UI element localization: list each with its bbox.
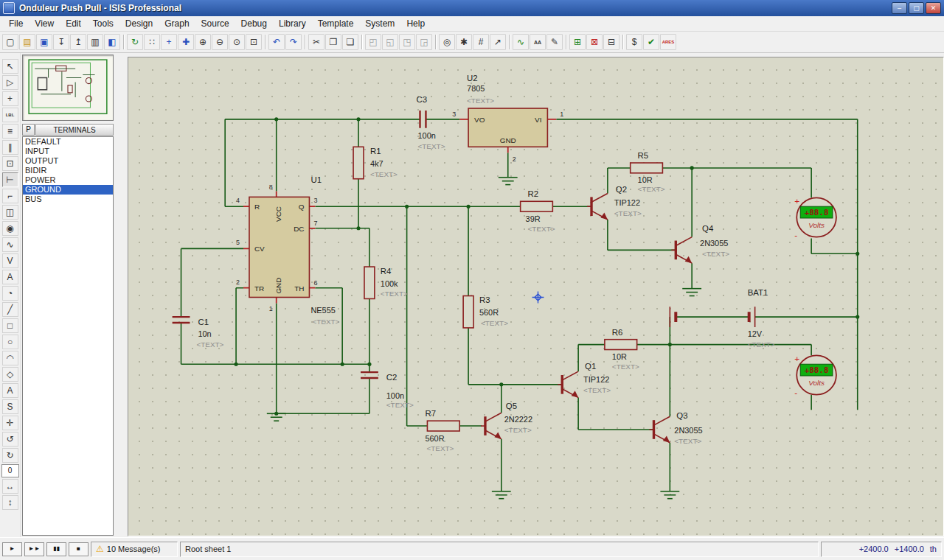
menu-source[interactable]: Source [195,17,235,30]
cut-icon[interactable]: ✂ [308,34,324,50]
current-probe-mode-icon[interactable]: A [2,270,18,284]
menu-debug[interactable]: Debug [235,17,273,30]
play-button[interactable]: ► [2,542,22,556]
block-move-icon[interactable]: ◱ [382,34,398,50]
bill-of-materials-icon[interactable]: $ [626,34,642,50]
mark-output-area-icon[interactable]: ◧ [104,34,120,50]
step-button[interactable]: ►► [24,542,44,556]
block-rotate-icon[interactable]: ◳ [399,34,415,50]
generator-mode-icon[interactable]: ∿ [2,237,18,252]
pick-parts-icon[interactable]: ◎ [439,34,455,50]
block-copy-icon[interactable]: ◰ [365,34,381,50]
center-at-cursor-icon[interactable]: ✚ [178,34,194,50]
menu-system[interactable]: System [359,17,400,30]
component-bat1[interactable]: BAT1 12V <TEXT> [670,288,775,349]
list-item-default[interactable]: DEFAULT [23,137,113,147]
component-c3[interactable]: C3 100n <TEXT> [417,95,445,150]
toggle-grid-icon[interactable]: ∷ [144,34,160,50]
ground-icon[interactable] [682,289,701,296]
list-item-bidir[interactable]: BIDIR [23,166,113,175]
overview-minimap[interactable] [22,55,114,121]
block-delete-icon[interactable]: ◲ [416,34,432,50]
minimize-button[interactable]: – [892,2,907,14]
menu-library[interactable]: Library [273,17,312,30]
menu-file[interactable]: File [3,17,29,30]
tape-recorder-mode-icon[interactable]: ◉ [2,221,18,236]
print-icon[interactable]: ▥ [87,34,103,50]
component-q2[interactable]: Q2 TIP122 <TEXT> [587,185,642,219]
component-u1[interactable]: R CV TR Q DC TH VCC GND 4 5 2 8 3 7 [236,175,340,326]
zoom-area-icon[interactable]: ⊡ [246,34,262,50]
zoom-in-icon[interactable]: ⊕ [195,34,211,50]
wire-label-mode-icon[interactable]: LBL [2,108,18,122]
packaging-tool-icon[interactable]: # [473,34,489,50]
voltage-probe-mode-icon[interactable]: V [2,253,18,268]
component-r1[interactable]: R1 4k7 <TEXT> [353,147,398,178]
rotate-anticlockwise-icon[interactable]: ↺ [2,432,18,447]
ground-icon[interactable] [499,178,518,185]
menu-graph[interactable]: Graph [159,17,195,30]
menu-view[interactable]: View [29,17,60,30]
selection-mode-icon[interactable]: ↖ [2,59,18,74]
2d-text-icon[interactable]: A [2,383,18,398]
export-section-icon[interactable]: ↥ [70,34,86,50]
wire-autorouter-icon[interactable]: ∿ [513,34,529,50]
menu-help[interactable]: Help [400,17,431,30]
2d-line-icon[interactable]: ╱ [2,302,18,317]
close-button[interactable]: ✕ [926,2,941,14]
subcircuit-mode-icon[interactable]: ⊡ [2,156,18,171]
component-r3[interactable]: R3 560R <TEXT> [463,295,508,327]
graph-mode-icon[interactable]: ◫ [2,205,18,220]
pause-button[interactable]: ▮▮ [46,542,66,556]
junction-dot-mode-icon[interactable]: + [2,91,18,106]
new-sheet-icon[interactable]: ⊞ [569,34,586,50]
pick-device-button[interactable]: P [22,124,35,136]
undo-icon[interactable]: ↶ [268,34,285,50]
mirror-horizontal-icon[interactable]: ↔ [2,479,18,494]
menu-template[interactable]: Template [312,17,360,30]
open-design-icon[interactable]: ▤ [19,34,35,50]
bus-mode-icon[interactable]: ∥ [2,140,18,155]
menu-design[interactable]: Design [119,17,159,30]
message-panel[interactable]: ⚠ 10 Message(s) [91,542,178,557]
import-section-icon[interactable]: ↧ [53,34,69,50]
component-r6[interactable]: R6 10R <TEXT> [605,328,639,371]
voltmeter-2[interactable]: +88.8 Volts + - [794,354,836,397]
make-device-icon[interactable]: ✱ [456,34,472,50]
virtual-instrument-mode-icon[interactable]: ◔ [2,286,18,301]
list-item-power[interactable]: POWER [23,175,113,185]
wires[interactable] [181,117,860,491]
ground-icon[interactable] [492,491,511,499]
save-design-icon[interactable]: ▣ [36,34,52,50]
decompose-icon[interactable]: ↗ [490,34,506,50]
remove-sheet-icon[interactable]: ⊠ [586,34,603,50]
component-q4[interactable]: Q4 2N3055 <TEXT> [671,224,729,263]
ground-terminals[interactable] [267,178,701,499]
redo-icon[interactable]: ↷ [285,34,302,50]
rotate-clockwise-icon[interactable]: ↻ [2,448,18,463]
component-mode-icon[interactable]: ▷ [2,75,18,90]
ground-icon[interactable] [660,491,679,499]
mirror-vertical-icon[interactable]: ↕ [2,495,18,510]
terminal-mode-icon[interactable]: ⊢ [2,172,18,187]
component-r2[interactable]: R2 39R <TEXT> [521,189,555,232]
component-q3[interactable]: Q3 2N3055 <TEXT> [650,411,703,444]
schematic[interactable]: R CV TR Q DC TH VCC GND 4 5 2 8 3 7 [128,57,943,536]
2d-path-icon[interactable]: ◇ [2,367,18,382]
component-r7[interactable]: R7 560R <TEXT> [425,409,459,452]
goto-sheet-icon[interactable]: ⊟ [603,34,620,50]
list-item-bus[interactable]: BUS [23,195,113,204]
rotation-angle-box[interactable]: 0 [1,464,19,477]
2d-box-icon[interactable]: □ [2,318,18,333]
electrical-rule-check-icon[interactable]: ✔ [643,34,659,50]
menu-edit[interactable]: Edit [60,17,87,30]
copy-icon[interactable]: ❐ [325,34,341,50]
new-file-icon[interactable]: ▢ [2,34,18,50]
component-r4[interactable]: R4 100k <TEXT> [364,267,408,298]
component-c1[interactable]: C1 10n <TEXT> [173,317,224,348]
component-c2[interactable]: C2 100n <TEXT> [361,372,414,409]
list-item-input[interactable]: INPUT [23,147,113,156]
component-q5[interactable]: Q5 2N2222 <TEXT> [481,402,532,438]
device-pin-mode-icon[interactable]: ⌐ [2,189,18,203]
property-assignment-icon[interactable]: ✎ [546,34,563,50]
